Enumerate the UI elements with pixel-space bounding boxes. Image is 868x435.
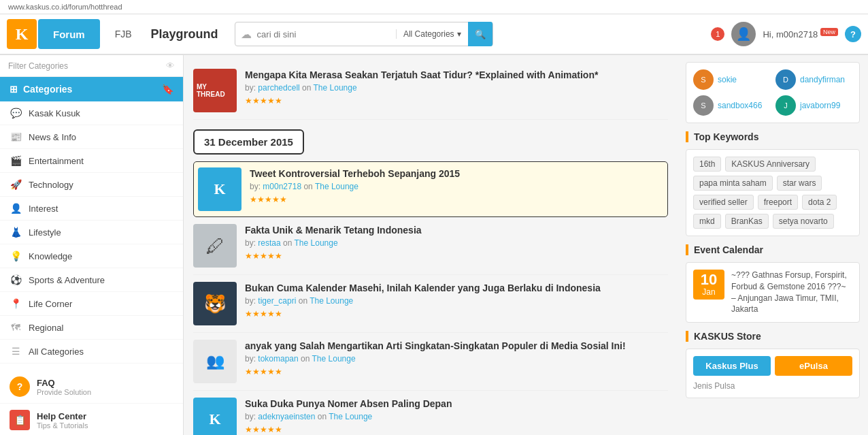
user-avatar-javaborn99: J (775, 95, 796, 116)
online-user-javaborn99[interactable]: J javaborn99 (775, 95, 852, 116)
keyword-setya-novarto[interactable]: setya novarto (773, 214, 834, 229)
thread-stars-4 (245, 366, 668, 376)
keyword-papa-minta-saham[interactable]: papa minta saham (693, 176, 773, 191)
thread-meta-5: by: adeknyaeinsten on The Lounge (245, 412, 668, 421)
thread-title-3[interactable]: Bukan Cuma Kalender Masehi, Inilah Kalen… (245, 282, 668, 294)
chevron-down-icon: ▾ (457, 29, 461, 39)
logo[interactable]: K (7, 19, 37, 49)
sidebar-item-knowledge[interactable]: 💡 Knowledge (0, 244, 183, 268)
search-input[interactable] (257, 29, 396, 39)
sidebar-item-life-corner[interactable]: 📍 Life Corner (0, 292, 183, 316)
sidebar-item-news-info[interactable]: 📰 News & Info (0, 125, 183, 149)
thread-forum-link-3[interactable]: The Lounge (310, 296, 353, 306)
thread-stars-2 (245, 251, 668, 261)
event-month: Jan (693, 287, 724, 297)
username-javaborn99: javaborn99 (800, 101, 840, 110)
keyword-mkd[interactable]: mkd (693, 214, 721, 229)
sidebar: Filter Categories 👁 ⊞ Categories 🔖 💬 Kas… (0, 55, 184, 435)
help-center-icon: 📋 (10, 410, 30, 430)
user-avatar[interactable]: 👤 (731, 22, 756, 46)
keyword-dota2[interactable]: dota 2 (802, 195, 837, 210)
thread-author-link-2[interactable]: restaa (258, 238, 280, 248)
search-button[interactable]: 🔍 (468, 22, 493, 46)
kaskus-store-box: Kaskus Plus ePulsa Jenis Pulsa (686, 349, 860, 398)
thread-title-4[interactable]: anyak yang Salah Mengartikan Arti Singka… (245, 340, 668, 352)
thread-item-2: 🖊 Fakta Unik & Menarik Tetang Indonesia … (193, 217, 668, 275)
search-category-dropdown[interactable]: All Categories ▾ (396, 29, 468, 39)
categories-button[interactable]: ⊞ Categories 🔖 (0, 77, 183, 101)
header: K Forum FJB Playground ☁ All Categories … (0, 14, 868, 55)
sidebar-item-all-categories[interactable]: ☰ All Categories (0, 340, 183, 364)
fjb-nav-link[interactable]: FJB (105, 19, 141, 49)
thread-author-link-5[interactable]: adeknyaeinsten (258, 412, 315, 421)
user-greeting[interactable]: Hi, m00n2718 New (763, 29, 838, 39)
all-categories-icon: ☰ (10, 346, 22, 357)
thread-author-link-1[interactable]: m00n2718 (263, 182, 301, 191)
online-users-box: S sokie D dandyfirman S sandbox466 J jav… (686, 62, 860, 123)
kaskus-plus-button[interactable]: Kaskus Plus (693, 356, 771, 376)
sports-icon: ⚽ (10, 274, 22, 285)
help-button[interactable]: ? (845, 26, 861, 42)
username-dandyfirman: dandyfirman (800, 75, 845, 84)
keyword-freeport[interactable]: freeport (758, 195, 798, 210)
thread-info-2: Fakta Unik & Menarik Tetang Indonesia by… (245, 224, 668, 261)
sidebar-item-kasak-kusuk[interactable]: 💬 Kasak Kusuk (0, 101, 183, 125)
online-user-sokie[interactable]: S sokie (693, 69, 770, 90)
main-content: MY THREAD Mengapa Kita Merasa Seakan Ter… (184, 55, 678, 435)
thread-thumbnail: MY THREAD (193, 69, 237, 112)
thread-author-link-3[interactable]: tiger_capri (258, 296, 296, 306)
eye-icon[interactable]: 👁 (166, 61, 175, 71)
playground-nav-link[interactable]: Playground (141, 19, 228, 49)
sidebar-help-center-item[interactable]: 📋 Help Center Tips & Tutorials (0, 404, 183, 435)
entertainment-icon: 🎬 (10, 155, 22, 166)
thread-stars (245, 95, 668, 106)
sidebar-item-regional[interactable]: 🗺 Regional (0, 316, 183, 340)
thread-info-5: Suka Duka Punya Nomer Absen Paling Depan… (245, 398, 668, 434)
keyword-tags: 16th KASKUS Anniversary papa minta saham… (693, 157, 852, 229)
thread-title-1[interactable]: Tweet Kontroversial Terheboh Sepanjang 2… (250, 167, 663, 180)
keyword-star-wars[interactable]: star wars (777, 176, 822, 191)
thread-forum-link[interactable]: The Lounge (314, 83, 357, 93)
thread-item-4: 👥 anyak yang Salah Mengartikan Arti Sing… (193, 333, 668, 391)
thread-title-2[interactable]: Fakta Unik & Menarik Tetang Indonesia (245, 224, 668, 236)
thread-forum-link-1[interactable]: The Lounge (315, 182, 358, 191)
thread-thumbnail-3: 🐯 (193, 282, 237, 325)
thread-title[interactable]: Mengapa Kita Merasa Seakan Terjatuh Saat… (245, 69, 668, 81)
online-users-grid: S sokie D dandyfirman S sandbox466 J jav… (693, 69, 852, 116)
thread-info-3: Bukan Cuma Kalender Masehi, Inilah Kalen… (245, 282, 668, 319)
thread-author-link[interactable]: parchedcell (258, 83, 299, 93)
thread-item-top: MY THREAD Mengapa Kita Merasa Seakan Ter… (193, 62, 668, 120)
sidebar-item-entertainment[interactable]: 🎬 Entertainment (0, 149, 183, 173)
thread-author-link-4[interactable]: tokomapan (258, 354, 298, 364)
thread-forum-link-5[interactable]: The Lounge (329, 412, 372, 421)
help-center-sub-label: Tips & Tutorials (37, 421, 88, 430)
epulsa-button[interactable]: ePulsa (775, 356, 852, 376)
sidebar-item-lifestyle[interactable]: 👗 Lifestyle (0, 221, 183, 244)
user-avatar-sandbox466: S (693, 95, 714, 116)
forum-button[interactable]: Forum (38, 19, 100, 49)
sidebar-item-interest[interactable]: 👤 Interest (0, 197, 183, 221)
right-sidebar: S sokie D dandyfirman S sandbox466 J jav… (678, 55, 868, 435)
thread-info-4: anyak yang Salah Mengartikan Arti Singka… (245, 340, 668, 376)
sidebar-item-sports-adventure[interactable]: ⚽ Sports & Adventure (0, 268, 183, 292)
keyword-verified-seller[interactable]: verified seller (693, 195, 754, 210)
keyword-brankas[interactable]: BranKas (725, 214, 769, 229)
life-corner-icon: 📍 (10, 298, 22, 309)
filter-row: Filter Categories 👁 (0, 55, 183, 77)
top-keywords-title: Top Keywords (686, 131, 860, 142)
keyword-kaskus-anniversary[interactable]: KASKUS Anniversary (725, 157, 816, 172)
sidebar-item-technology[interactable]: 🚀 Technology (0, 173, 183, 197)
thread-forum-link-4[interactable]: The Lounge (312, 354, 356, 364)
knowledge-icon: 💡 (10, 251, 22, 261)
thread-title-5[interactable]: Suka Duka Punya Nomer Absen Paling Depan (245, 398, 668, 410)
sidebar-faq-item[interactable]: ? FAQ Provide Solution (0, 370, 183, 404)
thread-meta-2: by: restaa on The Lounge (245, 238, 668, 248)
notification-badge[interactable]: 1 (711, 27, 724, 41)
keyword-16th[interactable]: 16th (693, 157, 721, 172)
thread-forum-link-2[interactable]: The Lounge (295, 238, 338, 248)
help-center-label: Help Center (37, 411, 88, 421)
browser-url-bar: www.kaskus.co.id/forum/hotthread (0, 0, 868, 14)
online-user-sandbox466[interactable]: S sandbox466 (693, 95, 770, 116)
username-sokie: sokie (718, 75, 737, 84)
online-user-dandyfirman[interactable]: D dandyfirman (775, 69, 852, 90)
